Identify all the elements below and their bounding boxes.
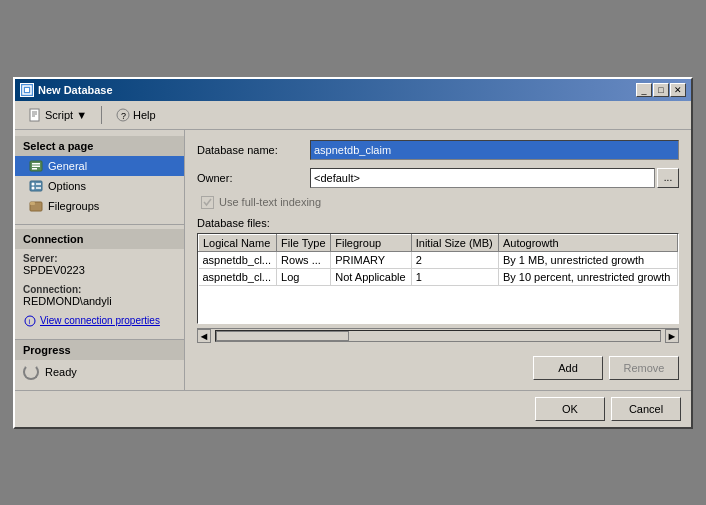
connection-section-label: Connection [15, 229, 184, 249]
sidebar-general-label: General [48, 160, 87, 172]
fulltext-checkbox[interactable] [201, 196, 214, 209]
svg-point-14 [32, 186, 35, 189]
scroll-thumb[interactable] [216, 331, 349, 341]
options-icon [29, 179, 43, 193]
connection-link-icon: i [23, 314, 37, 328]
title-controls: _ □ ✕ [636, 83, 686, 97]
owner-input-group: ... [310, 168, 679, 188]
general-icon [29, 159, 43, 173]
cancel-button[interactable]: Cancel [611, 397, 681, 421]
owner-input[interactable] [310, 168, 655, 188]
filegroups-icon [29, 199, 43, 213]
server-info: Server: SPDEV0223 [15, 249, 184, 280]
svg-rect-12 [30, 181, 42, 191]
minimize-button[interactable]: _ [636, 83, 652, 97]
connection-value: REDMOND\andyli [23, 295, 176, 307]
sidebar-item-options[interactable]: Options [15, 176, 184, 196]
window-icon [20, 83, 34, 97]
table-row[interactable]: aspnetdb_cl... Rows ... PRIMARY 2 By 1 M… [199, 251, 678, 268]
svg-rect-1 [25, 88, 29, 92]
cell-filegroup: Not Applicable [331, 268, 411, 285]
ready-status: Ready [15, 360, 184, 384]
scroll-right-button[interactable]: ► [665, 329, 679, 343]
script-dropdown-arrow: ▼ [76, 109, 87, 121]
main-window: New Database _ □ ✕ Script ▼ [13, 77, 693, 429]
svg-point-13 [32, 182, 35, 185]
view-connection-link[interactable]: i View connection properties [15, 311, 184, 331]
view-connection-label: View connection properties [40, 315, 160, 326]
scroll-track[interactable] [215, 330, 661, 342]
svg-text:?: ? [121, 111, 126, 121]
svg-rect-18 [30, 202, 35, 205]
sidebar: Select a page General [15, 130, 185, 390]
window-body: Script ▼ ? Help Select a page [15, 101, 691, 427]
sidebar-progress: Progress Ready [15, 339, 184, 384]
db-files-label: Database files: [197, 217, 679, 229]
db-name-input[interactable] [310, 140, 679, 160]
svg-text:i: i [29, 318, 31, 325]
help-icon: ? [116, 108, 130, 122]
sidebar-filegroups-label: Filegroups [48, 200, 99, 212]
add-remove-row: Add Remove [197, 352, 679, 380]
checkbox-check-icon [203, 198, 212, 207]
cell-initial-size: 1 [411, 268, 498, 285]
title-bar-left: New Database [20, 83, 113, 97]
cell-file-type: Log [277, 268, 331, 285]
close-button[interactable]: ✕ [670, 83, 686, 97]
cell-filegroup: PRIMARY [331, 251, 411, 268]
connection-info: Connection: REDMOND\andyli [15, 280, 184, 311]
db-files-table: Logical Name File Type Filegroup Initial… [198, 234, 678, 286]
ready-label: Ready [45, 366, 77, 378]
maximize-button[interactable]: □ [653, 83, 669, 97]
owner-browse-button[interactable]: ... [657, 168, 679, 188]
cell-file-type: Rows ... [277, 251, 331, 268]
owner-label: Owner: [197, 172, 302, 184]
content-area: Database name: Owner: ... [185, 130, 691, 390]
toolbar: Script ▼ ? Help [15, 101, 691, 130]
title-bar: New Database _ □ ✕ [15, 79, 691, 101]
cell-initial-size: 2 [411, 251, 498, 268]
horizontal-scrollbar[interactable]: ◄ ► [197, 328, 679, 344]
svg-rect-9 [32, 163, 40, 165]
svg-rect-11 [32, 168, 37, 170]
cell-autogrowth: By 10 percent, unrestricted growth [498, 268, 677, 285]
select-page-label: Select a page [15, 136, 184, 156]
db-files-table-container: Logical Name File Type Filegroup Initial… [197, 233, 679, 324]
script-icon [28, 108, 42, 122]
remove-button[interactable]: Remove [609, 356, 679, 380]
scroll-left-button[interactable]: ◄ [197, 329, 211, 343]
sidebar-item-general[interactable]: General [15, 156, 184, 176]
svg-rect-2 [30, 109, 39, 121]
server-label: Server: [23, 253, 176, 264]
script-button[interactable]: Script ▼ [21, 105, 94, 125]
script-label: Script [45, 109, 73, 121]
cell-logical-name: aspnetdb_cl... [199, 251, 277, 268]
cell-autogrowth: By 1 MB, unrestricted growth [498, 251, 677, 268]
owner-row: Owner: ... [197, 168, 679, 188]
db-files-section: Database files: Logical Name File Type F… [197, 217, 679, 344]
db-name-row: Database name: [197, 140, 679, 160]
sidebar-item-filegroups[interactable]: Filegroups [15, 196, 184, 216]
add-button[interactable]: Add [533, 356, 603, 380]
server-value: SPDEV0223 [23, 264, 176, 276]
fulltext-checkbox-row: Use full-text indexing [197, 196, 679, 209]
toolbar-divider [101, 106, 102, 124]
col-autogrowth: Autogrowth [498, 234, 677, 251]
ready-spinner-icon [23, 364, 39, 380]
main-content: Select a page General [15, 130, 691, 390]
help-label: Help [133, 109, 156, 121]
svg-rect-10 [32, 165, 40, 167]
col-initial-size: Initial Size (MB) [411, 234, 498, 251]
db-name-label: Database name: [197, 144, 302, 156]
fulltext-label: Use full-text indexing [219, 196, 321, 208]
table-row[interactable]: aspnetdb_cl... Log Not Applicable 1 By 1… [199, 268, 678, 285]
help-button[interactable]: ? Help [109, 105, 163, 125]
progress-section-label: Progress [15, 340, 184, 360]
cell-logical-name: aspnetdb_cl... [199, 268, 277, 285]
col-logical-name: Logical Name [199, 234, 277, 251]
window-title: New Database [38, 84, 113, 96]
sidebar-options-label: Options [48, 180, 86, 192]
bottom-bar: OK Cancel [15, 390, 691, 427]
ok-button[interactable]: OK [535, 397, 605, 421]
connection-label: Connection: [23, 284, 176, 295]
